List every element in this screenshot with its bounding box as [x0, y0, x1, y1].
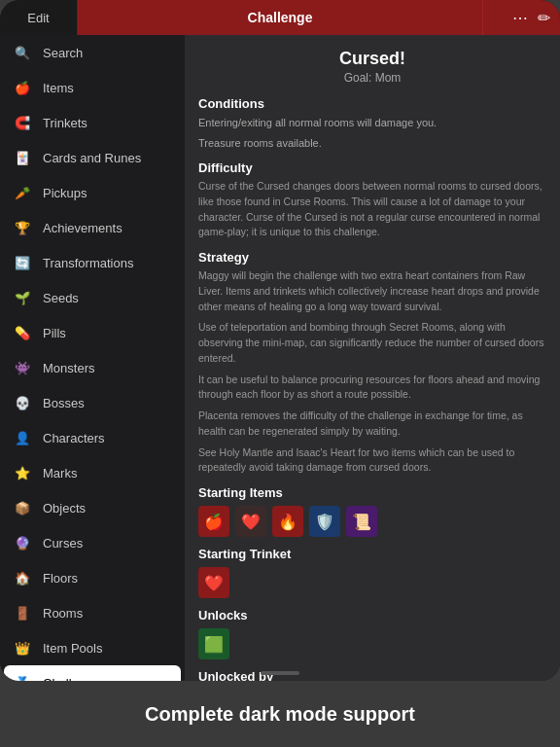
starting-item-3[interactable]: 🔥 — [272, 506, 303, 537]
sidebar-item-objects[interactable]: 📦 Objects — [0, 490, 185, 525]
bottom-caption-text: Complete dark mode support — [145, 703, 415, 726]
strategy-p1: Maggy will begin the challenge with two … — [198, 268, 546, 314]
characters-icon: 👤 — [12, 427, 33, 448]
top-bar-title: Challenge — [78, 0, 482, 35]
top-bar-actions: ⋯ ✏ — [482, 0, 560, 35]
items-icon: 🍎 — [12, 77, 33, 98]
edit-button[interactable]: Edit — [0, 0, 78, 35]
starting-item-2[interactable]: ❤️ — [235, 506, 266, 537]
search-icon: 🔍 — [12, 42, 33, 63]
unlock-item-1[interactable]: 🟩 — [198, 628, 229, 659]
strategy-p3: It can be useful to balance procuring re… — [198, 373, 546, 404]
strategy-label: Strategy — [198, 250, 546, 265]
sidebar-item-characters[interactable]: 👤 Characters — [0, 420, 185, 455]
sidebar-item-pills[interactable]: 💊 Pills — [0, 315, 185, 350]
bottom-caption: Complete dark mode support — [145, 681, 415, 747]
conditions-text: Entering/exiting all normal rooms will d… — [198, 115, 546, 131]
challenges-icon: 🏅 — [12, 672, 33, 681]
pickups-icon: 🥕 — [12, 182, 33, 203]
home-indicator — [261, 671, 299, 675]
marks-icon: ⭐ — [12, 462, 33, 483]
sidebar-item-item-pools[interactable]: 👑 Item Pools — [0, 630, 185, 665]
sidebar-item-curses[interactable]: 🔮 Curses — [0, 525, 185, 560]
starting-trinket-label: Starting Trinket — [198, 547, 546, 561]
unlocked-by-label: Unlocked by — [198, 669, 546, 681]
sidebar-item-seeds[interactable]: 🌱 Seeds — [0, 280, 185, 315]
item-pools-icon: 👑 — [12, 637, 33, 658]
cards-runes-icon: 🃏 — [12, 147, 33, 168]
unlocks-label: Unlocks — [198, 608, 546, 622]
starting-item-1[interactable]: 🍎 — [198, 506, 229, 537]
challenge-title: Cursed! — [198, 49, 546, 69]
starting-trinket-1[interactable]: ❤️ — [198, 567, 229, 598]
monsters-icon: 👾 — [12, 357, 33, 378]
bosses-icon: 💀 — [12, 392, 33, 413]
floors-icon: 🏠 — [12, 567, 33, 588]
treasure-text: Treasure rooms available. — [198, 135, 546, 152]
unlocks-row: 🟩 — [198, 628, 546, 659]
edit-icon[interactable]: ✏ — [538, 9, 550, 27]
sidebar-item-cards-runes[interactable]: 🃏 Cards and Runes — [0, 140, 185, 175]
objects-icon: 📦 — [12, 497, 33, 518]
rooms-icon: 🚪 — [12, 602, 33, 623]
strategy-p4: Placenta removes the difficulty of the c… — [198, 409, 546, 440]
sidebar-item-monsters[interactable]: 👾 Monsters — [0, 350, 185, 385]
sidebar-item-bosses[interactable]: 💀 Bosses — [0, 385, 185, 420]
top-bar: Edit Challenge ⋯ ✏ — [0, 0, 560, 35]
sidebar-item-items[interactable]: 🍎 Items — [0, 70, 185, 105]
difficulty-label: Difficulty — [198, 160, 546, 175]
seeds-icon: 🌱 — [12, 287, 33, 308]
achievements-icon: 🏆 — [12, 217, 33, 238]
starting-item-4[interactable]: 🛡️ — [309, 506, 340, 537]
sidebar: 🔍 Search 🍎 Items 🧲 Trinkets 🃏 Cards and … — [0, 35, 185, 681]
content-area: Cursed! Goal: Mom Conditions Entering/ex… — [185, 35, 560, 681]
sidebar-item-challenges[interactable]: 🏅 Challenges — [4, 665, 181, 681]
strategy-p2: Use of teleportation and bombing through… — [198, 320, 546, 366]
sidebar-item-trinkets[interactable]: 🧲 Trinkets — [0, 105, 185, 140]
strategy-p5: See Holy Mantle and Isaac's Heart for tw… — [198, 445, 546, 477]
sidebar-item-search[interactable]: 🔍 Search — [0, 35, 185, 70]
trinkets-icon: 🧲 — [12, 112, 33, 133]
starting-item-5[interactable]: 📜 — [346, 506, 377, 537]
device-frame: Edit Challenge ⋯ ✏ 🔍 Search 🍎 Items 🧲 Tr… — [0, 0, 560, 681]
conditions-label: Conditions — [198, 96, 546, 111]
main-layout: 🔍 Search 🍎 Items 🧲 Trinkets 🃏 Cards and … — [0, 35, 560, 681]
challenge-goal: Goal: Mom — [198, 71, 546, 85]
transformations-icon: 🔄 — [12, 252, 33, 273]
difficulty-text: Curse of the Cursed changes doors betwee… — [198, 179, 546, 240]
starting-items-row: 🍎 ❤️ 🔥 🛡️ 📜 — [198, 506, 546, 537]
sidebar-item-floors[interactable]: 🏠 Floors — [0, 560, 185, 595]
starting-trinket-row: ❤️ — [198, 567, 546, 598]
sidebar-item-rooms[interactable]: 🚪 Rooms — [0, 595, 185, 630]
sidebar-item-transformations[interactable]: 🔄 Transformations — [0, 245, 185, 280]
sidebar-item-pickups[interactable]: 🥕 Pickups — [0, 175, 185, 210]
starting-items-label: Starting Items — [198, 485, 546, 500]
curses-icon: 🔮 — [12, 532, 33, 553]
sidebar-item-marks[interactable]: ⭐ Marks — [0, 455, 185, 490]
more-icon[interactable]: ⋯ — [512, 9, 528, 27]
sidebar-item-achievements[interactable]: 🏆 Achievements — [0, 210, 185, 245]
pills-icon: 💊 — [12, 322, 33, 343]
